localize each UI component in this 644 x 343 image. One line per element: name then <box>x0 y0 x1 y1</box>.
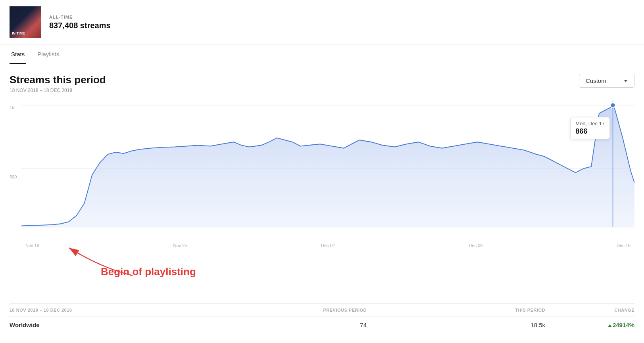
header-region: 18 NOV 2018 – 18 DEC 2018 <box>10 308 188 312</box>
stats-table: 18 NOV 2018 – 18 DEC 2018 PREVIOUS PERIO… <box>10 303 634 333</box>
previous-period-value: 74 <box>188 322 367 328</box>
chart-title: Streams this period <box>10 74 106 86</box>
chart-svg <box>21 101 634 232</box>
nav-tabs: Stats Playlists <box>0 45 644 64</box>
header-this-period: THIS PERIOD <box>367 308 545 312</box>
dropdown-label: Custom <box>586 77 606 84</box>
table-row: Worldwide 74 18.5k 24914% <box>10 316 634 333</box>
annotation-text: Begin of playlisting <box>101 266 196 278</box>
album-title-overlay: IN TIME <box>12 31 25 36</box>
chevron-down-icon <box>624 80 628 82</box>
chart-date-range: 18 NOV 2018 – 18 DEC 2018 <box>10 88 106 93</box>
header-info: ALL-TIME 837,408 streams <box>49 15 111 30</box>
album-art: IN TIME <box>10 6 41 38</box>
y-label-500: 500 <box>10 174 17 179</box>
arrow-up-icon <box>608 324 612 327</box>
annotation-container: Begin of playlisting <box>10 244 634 299</box>
tooltip-value: 866 <box>575 127 605 136</box>
chart-header: Streams this period 18 NOV 2018 – 18 DEC… <box>10 74 634 93</box>
svg-point-4 <box>611 103 615 107</box>
chart-container: 1k 500 Mon, Dec 17 866 <box>10 101 634 248</box>
change-value: 24914% <box>545 322 634 328</box>
stats-table-header: 18 NOV 2018 – 18 DEC 2018 PREVIOUS PERIO… <box>10 304 634 316</box>
streams-value: 837,408 streams <box>49 21 111 30</box>
header-change: CHANGE <box>545 308 634 312</box>
page-header: IN TIME ALL-TIME 837,408 streams <box>0 0 644 45</box>
tab-playlists[interactable]: Playlists <box>36 45 61 64</box>
tab-stats[interactable]: Stats <box>10 45 26 64</box>
streams-label: ALL-TIME <box>49 15 111 19</box>
y-label-1k: 1k <box>10 105 14 110</box>
region-name: Worldwide <box>10 322 188 328</box>
header-previous: PREVIOUS PERIOD <box>188 308 367 312</box>
period-dropdown[interactable]: Custom <box>579 74 634 88</box>
tooltip-date: Mon, Dec 17 <box>575 121 605 126</box>
chart-svg-area <box>21 101 634 232</box>
chart-title-group: Streams this period 18 NOV 2018 – 18 DEC… <box>10 74 106 93</box>
main-content: Streams this period 18 NOV 2018 – 18 DEC… <box>0 64 644 333</box>
this-period-value: 18.5k <box>367 322 545 328</box>
chart-tooltip: Mon, Dec 17 866 <box>570 117 610 139</box>
